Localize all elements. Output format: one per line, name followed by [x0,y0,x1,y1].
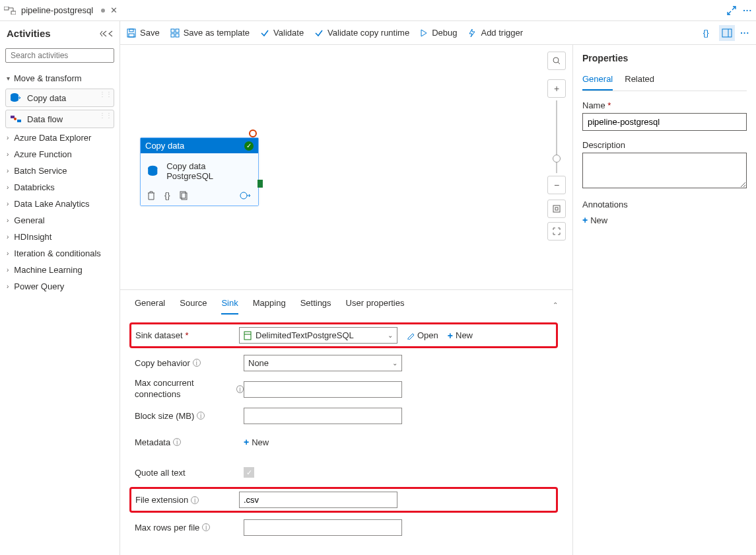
canvas-search-button[interactable] [547,52,566,70]
cat-iteration-conditionals[interactable]: ›Iteration & conditionals [0,245,120,262]
metadata-new-button[interactable]: +New [244,437,269,447]
pipeline-name-input[interactable] [582,113,747,131]
output-icon[interactable] [240,191,252,200]
svg-rect-12 [171,34,174,37]
quote-all-text-checkbox[interactable]: ✓ [244,467,254,478]
svg-rect-23 [244,332,251,340]
validate-copy-button[interactable]: Validate copy runtime [314,28,409,38]
sink-dataset-select[interactable]: DelimitedTextPostgreSQL ⌄ [239,327,397,344]
prop-tab-related[interactable]: Related [625,71,654,91]
activities-sidebar: Activities ▾ Move & transform Copy data … [0,21,120,555]
zoom-thumb[interactable] [553,155,561,163]
info-icon[interactable]: i [173,438,181,446]
annotation-new-button[interactable]: +New [582,215,747,225]
max-rows-input[interactable] [244,519,402,536]
prop-tab-general[interactable]: General [582,71,613,91]
validate-button[interactable]: Validate [260,28,304,38]
group-label: Move & transform [14,73,82,83]
file-extension-input[interactable] [239,492,397,508]
tab-title: pipeline-postgresql [21,5,93,15]
tab-general[interactable]: General [135,295,165,314]
data-flow-icon [10,114,22,124]
info-icon[interactable]: i [202,523,210,531]
code-icon[interactable]: {} [164,190,170,200]
zoom-slider[interactable] [556,100,557,173]
open-dataset-button[interactable]: Open [407,330,438,340]
cat-general[interactable]: ›General [0,212,120,229]
cat-hdinsight[interactable]: ›HDInsight [0,229,120,245]
add-trigger-button[interactable]: Add trigger [467,28,523,38]
collapse-icon[interactable] [100,30,113,38]
properties-toggle-button[interactable] [719,25,735,41]
fullscreen-button[interactable] [547,222,566,240]
cat-azure-function[interactable]: ›Azure Function [0,146,120,163]
plus-icon: + [448,330,453,341]
info-icon[interactable]: i [193,359,201,367]
check-icon [314,28,324,38]
debug-button[interactable]: Debug [420,28,457,38]
drag-grip-icon: ⋮⋮ [99,113,112,118]
pipeline-canvas[interactable]: Copy data ✓ Copy data PostgreSQL [120,45,572,289]
validation-marker [249,130,257,137]
delete-icon[interactable] [147,191,155,200]
node-connector[interactable] [258,180,263,188]
info-icon[interactable]: i [197,412,205,420]
activity-label: Data flow [27,114,63,124]
tab-user-properties[interactable]: User properties [346,295,405,314]
search-field[interactable] [11,51,110,60]
template-icon [170,28,180,38]
search-activities-input[interactable] [5,48,114,63]
group-move-transform[interactable]: ▾ Move & transform [0,69,120,87]
tab-active[interactable]: pipeline-postgresql ✕ [4,5,118,15]
chevron-down-icon: ⌄ [388,332,393,339]
new-dataset-button[interactable]: +New [448,330,473,341]
save-template-button[interactable]: Save as template [170,28,250,38]
zoom-out-button[interactable]: − [547,176,566,194]
tab-mapping[interactable]: Mapping [253,295,286,314]
code-view-button[interactable]: {} [698,25,714,41]
cat-data-lake-analytics[interactable]: ›Data Lake Analytics [0,196,120,212]
block-size-input[interactable] [244,408,402,424]
document-tabbar: pipeline-postgresql ✕ ··· [0,0,756,21]
plus-icon: + [582,215,588,225]
cat-azure-data-explorer[interactable]: ›Azure Data Explorer [0,130,120,146]
copy-data-icon [147,165,161,178]
required-marker: * [186,330,189,340]
copy-data-node[interactable]: Copy data ✓ Copy data PostgreSQL [140,137,259,206]
drag-grip-icon: ⋮⋮ [99,92,112,97]
zoom-in-button[interactable]: + [547,79,566,98]
close-icon[interactable]: ✕ [110,5,118,15]
svg-point-19 [240,192,247,199]
collapse-panel-icon[interactable]: ⌃ [553,301,558,309]
fit-screen-button[interactable] [547,200,566,218]
check-circle-icon: ✓ [244,141,254,151]
cat-databricks[interactable]: ›Databricks [0,179,120,196]
expand-icon[interactable] [727,6,736,15]
tab-source[interactable]: Source [180,295,207,314]
copy-behavior-select[interactable]: None ⌄ [244,355,402,371]
save-icon [127,28,136,38]
pipeline-icon [4,7,16,15]
chevron-right-icon: › [7,151,9,158]
chevron-right-icon: › [7,283,9,290]
cat-batch-service[interactable]: ›Batch Service [0,163,120,179]
max-connections-input[interactable] [244,381,402,398]
cat-machine-learning[interactable]: ›Machine Learning [0,262,120,278]
svg-rect-14 [722,29,732,37]
tab-settings[interactable]: Settings [300,295,331,314]
pipeline-description-input[interactable] [582,153,747,188]
sidebar-title: Activities [7,28,51,39]
save-button[interactable]: Save [127,28,160,38]
clone-icon[interactable] [180,191,188,200]
toolbar-more-icon[interactable]: ··· [740,28,749,38]
activity-copy-data[interactable]: Copy data ⋮⋮ [5,89,114,107]
chevron-down-icon: ⌄ [392,359,397,367]
chevron-right-icon: › [7,233,9,240]
tab-sink[interactable]: Sink [221,295,238,314]
activity-data-flow[interactable]: Data flow ⋮⋮ [5,110,114,128]
info-icon[interactable]: i [191,496,199,504]
cat-power-query[interactable]: ›Power Query [0,278,120,295]
svg-rect-9 [129,34,134,37]
info-icon[interactable]: i [236,385,244,393]
more-icon[interactable]: ··· [743,5,752,15]
